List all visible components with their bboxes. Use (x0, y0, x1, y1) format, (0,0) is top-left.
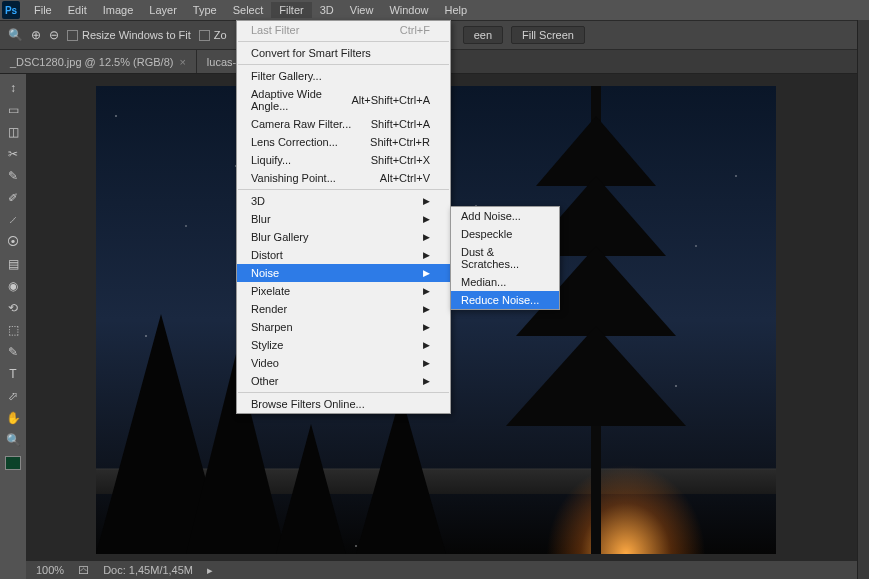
zoom-level[interactable]: 100% (36, 564, 64, 576)
app-logo: Ps (2, 1, 20, 19)
filter-menu-item[interactable]: Lens Correction...Shift+Ctrl+R (237, 133, 450, 151)
noise-submenu-item[interactable]: Reduce Noise... (451, 291, 559, 309)
move-tool-icon[interactable]: ↕ (3, 78, 23, 98)
menu-edit[interactable]: Edit (60, 2, 95, 18)
filter-menu-item[interactable]: Adaptive Wide Angle...Alt+Shift+Ctrl+A (237, 85, 450, 115)
resize-windows-label: Resize Windows to Fit (82, 29, 191, 41)
filter-menu-item[interactable]: Last FilterCtrl+F (237, 21, 450, 39)
menu-layer[interactable]: Layer (141, 2, 185, 18)
chevron-right-icon: ▶ (423, 232, 430, 242)
zoom-out-icon[interactable]: ⊖ (49, 28, 59, 42)
pencil-tool-icon[interactable]: ⟋ (3, 210, 23, 230)
chevron-right-icon: ▶ (423, 340, 430, 350)
brush-tool-icon[interactable]: ✐ (3, 188, 23, 208)
zoom-tool-icon: 🔍 (8, 28, 23, 42)
menu-3d[interactable]: 3D (312, 2, 342, 18)
filter-menu-item[interactable]: Distort▶ (237, 246, 450, 264)
menu-window[interactable]: Window (381, 2, 436, 18)
filter-menu-item[interactable]: Sharpen▶ (237, 318, 450, 336)
checkbox-icon[interactable] (199, 30, 210, 41)
shape-tool-icon[interactable]: ⬀ (3, 386, 23, 406)
eyedropper-tool-icon[interactable]: ✎ (3, 166, 23, 186)
export-icon[interactable]: ⮹ (78, 564, 89, 576)
screen-button-partial[interactable]: een (463, 26, 503, 44)
menu-select[interactable]: Select (225, 2, 272, 18)
gradient-tool-icon[interactable]: ▤ (3, 254, 23, 274)
chevron-right-icon: ▶ (423, 196, 430, 206)
fill-screen-button[interactable]: Fill Screen (511, 26, 585, 44)
filter-menu-item[interactable]: Vanishing Point...Alt+Ctrl+V (237, 169, 450, 187)
zoom-tool-icon[interactable]: 🔍 (3, 430, 23, 450)
document-tab[interactable]: _DSC1280.jpg @ 12.5% (RGB/8) × (0, 50, 197, 73)
chevron-right-icon: ▶ (423, 376, 430, 386)
checkbox-icon[interactable] (67, 30, 78, 41)
pen-tool-icon[interactable]: ⬚ (3, 320, 23, 340)
chevron-right-icon: ▶ (423, 322, 430, 332)
chevron-right-icon: ▶ (423, 250, 430, 260)
menu-file[interactable]: File (26, 2, 60, 18)
filter-menu-dropdown: Last FilterCtrl+FConvert for Smart Filte… (236, 20, 451, 414)
chevron-right-icon: ▶ (423, 358, 430, 368)
filter-menu-item[interactable]: Browse Filters Online... (237, 395, 450, 413)
menu-type[interactable]: Type (185, 2, 225, 18)
filter-menu-item[interactable]: Filter Gallery... (237, 67, 450, 85)
crop-tool-icon[interactable]: ✂ (3, 144, 23, 164)
tab-label: _DSC1280.jpg @ 12.5% (RGB/8) (10, 56, 173, 68)
clone-tool-icon[interactable]: ⦿ (3, 232, 23, 252)
filter-menu-item[interactable]: 3D▶ (237, 192, 450, 210)
marquee-tool-icon[interactable]: ▭ (3, 100, 23, 120)
noise-submenu-item[interactable]: Median... (451, 273, 559, 291)
zoom-option-label: Zo (214, 29, 227, 41)
menu-view[interactable]: View (342, 2, 382, 18)
filter-menu-item[interactable]: Pixelate▶ (237, 282, 450, 300)
doc-size: Doc: 1,45M/1,45M (103, 564, 193, 576)
dodge-tool-icon[interactable]: ⟲ (3, 298, 23, 318)
filter-menu-item[interactable]: Other▶ (237, 372, 450, 390)
blur-tool-icon[interactable]: ◉ (3, 276, 23, 296)
path-tool-icon[interactable]: ✎ (3, 342, 23, 362)
menu-help[interactable]: Help (437, 2, 476, 18)
filter-menu-item[interactable]: Stylize▶ (237, 336, 450, 354)
chevron-right-icon: ▶ (423, 268, 430, 278)
filter-menu-item[interactable]: Video▶ (237, 354, 450, 372)
chevron-right-icon[interactable]: ▸ (207, 564, 213, 577)
filter-menu-item[interactable]: Blur▶ (237, 210, 450, 228)
resize-windows-option[interactable]: Resize Windows to Fit (67, 29, 191, 42)
menu-filter[interactable]: Filter (271, 2, 311, 18)
menu-image[interactable]: Image (95, 2, 142, 18)
filter-menu-item[interactable]: Convert for Smart Filters (237, 44, 450, 62)
filter-menu-item[interactable]: Blur Gallery▶ (237, 228, 450, 246)
close-icon[interactable]: × (179, 56, 185, 68)
status-bar: 100% ⮹ Doc: 1,45M/1,45M ▸ (26, 561, 857, 579)
chevron-right-icon: ▶ (423, 286, 430, 296)
filter-menu-item[interactable]: Noise▶ (237, 264, 450, 282)
right-panel-collapsed[interactable] (857, 20, 869, 579)
filter-menu-item[interactable]: Liquify...Shift+Ctrl+X (237, 151, 450, 169)
menubar: Ps File Edit Image Layer Type Select Fil… (0, 0, 869, 20)
chevron-right-icon: ▶ (423, 214, 430, 224)
noise-submenu-item[interactable]: Add Noise... (451, 207, 559, 225)
color-swatch[interactable] (5, 456, 21, 470)
chevron-right-icon: ▶ (423, 304, 430, 314)
noise-submenu-item[interactable]: Despeckle (451, 225, 559, 243)
filter-menu-item[interactable]: Camera Raw Filter...Shift+Ctrl+A (237, 115, 450, 133)
lasso-tool-icon[interactable]: ◫ (3, 122, 23, 142)
hand-tool-icon[interactable]: ✋ (3, 408, 23, 428)
zoom-option-partial[interactable]: Zo (199, 29, 227, 42)
noise-submenu-item[interactable]: Dust & Scratches... (451, 243, 559, 273)
toolbox: ↕ ▭ ◫ ✂ ✎ ✐ ⟋ ⦿ ▤ ◉ ⟲ ⬚ ✎ T ⬀ ✋ 🔍 (0, 74, 26, 561)
noise-submenu: Add Noise...DespeckleDust & Scratches...… (450, 206, 560, 310)
filter-menu-item[interactable]: Render▶ (237, 300, 450, 318)
zoom-in-icon[interactable]: ⊕ (31, 28, 41, 42)
type-tool-icon[interactable]: T (3, 364, 23, 384)
